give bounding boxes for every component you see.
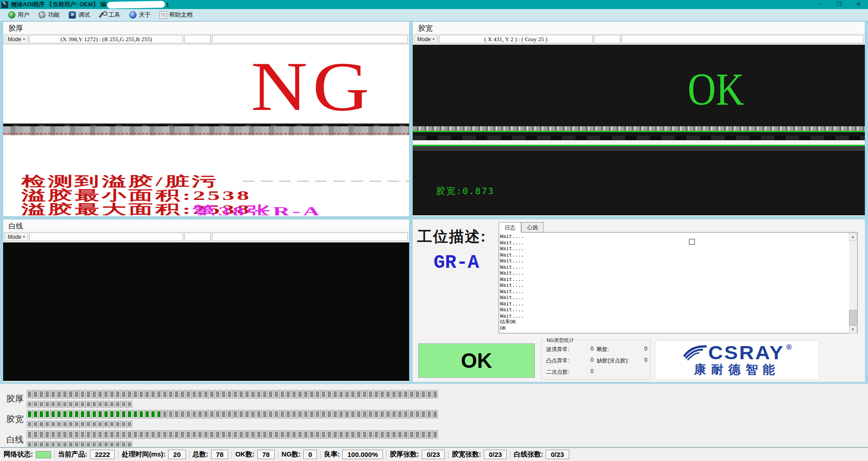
frame-cell-empty <box>80 421 85 427</box>
frame-cell-ok <box>92 410 97 418</box>
log-entry: Wait.... <box>500 240 849 246</box>
frame-cell-empty <box>92 390 97 398</box>
frame-cell-empty <box>286 390 291 398</box>
ng-stat-label: 二次点胶: <box>546 368 569 376</box>
panel-glue-width: 胶宽 Mode▾ ( X 431, Y 2 ) : ( Gray 25 ) OK… <box>412 21 865 217</box>
menu-item-about[interactable]: 关于 <box>125 10 155 21</box>
scroll-up-arrow-icon[interactable]: ▲ <box>849 233 857 241</box>
glue-width-mode-dropdown[interactable]: Mode▾ <box>414 35 438 43</box>
status-bar: 网络状态:当前产品:2222处理时间(ms):20总数:78OK数:78NG数:… <box>0 447 868 461</box>
frame-cell-empty <box>115 401 120 407</box>
frame-cell-empty <box>104 401 108 407</box>
close-button[interactable]: ✕ <box>849 0 868 9</box>
statusbar-item-width-frames: 胶宽张数:0/23 <box>452 450 507 459</box>
frame-cell-empty <box>309 390 314 398</box>
statusbar-item-ng-count: NG数:0 <box>282 450 317 459</box>
frame-cell-empty <box>386 431 391 438</box>
log-entry: Wait.... <box>500 258 849 264</box>
edge-detect-line-top <box>413 131 865 132</box>
frame-cell-empty <box>109 390 114 398</box>
frame-cell-empty <box>233 431 238 438</box>
frame-grid-1-row2 <box>27 421 133 427</box>
scroll-down-arrow-icon[interactable]: ▼ <box>849 326 857 333</box>
log-list[interactable]: Wait....Wait....Wait....Wait....Wait....… <box>499 232 858 333</box>
frame-cell-empty <box>51 421 56 427</box>
menu-item-help-doc[interactable]: 帮助文档 <box>155 10 197 21</box>
scrollbar-thumb[interactable] <box>849 310 857 325</box>
statusbar-label: 胶厚张数: <box>390 450 419 459</box>
frame-cell-empty <box>309 410 314 418</box>
frame-cell-empty <box>245 431 250 438</box>
frame-cell-empty <box>239 390 244 398</box>
frame-cell-empty <box>198 390 203 398</box>
tab-log[interactable]: 日志 <box>499 222 521 233</box>
log-entry: Wait.... <box>500 313 849 319</box>
frame-cell-empty <box>180 390 185 398</box>
frame-cell-empty <box>327 431 332 438</box>
frame-cell-empty <box>57 401 61 407</box>
glue-width-image[interactable]: OK 胶宽:0.873 <box>413 45 865 215</box>
frame-cell-empty <box>239 410 244 418</box>
vendor-logo: CSRAY ® 康耐德智能 <box>655 341 819 380</box>
frame-cell-empty <box>80 390 85 398</box>
frame-cell-empty <box>168 390 173 398</box>
chevron-down-icon: ▾ <box>23 235 25 239</box>
maximize-button[interactable]: ❐ <box>830 0 849 9</box>
menu-item-user[interactable]: 用户 <box>4 10 34 21</box>
glue-width-coord-readout: ( X 431, Y 2 ) : ( Gray 25 ) <box>439 35 593 43</box>
frame-cell-empty <box>198 431 203 438</box>
frame-cell-empty <box>86 390 91 398</box>
frame-cell-empty <box>39 390 44 398</box>
frame-cell-empty <box>86 421 91 427</box>
frame-cell-empty <box>74 421 79 427</box>
menu-item-function[interactable]: 功能 <box>34 10 64 21</box>
frame-cell-empty <box>168 410 173 418</box>
ng-stats-left-column: 波浪异常:0凸点异常:0二次点胶:0 <box>546 346 594 380</box>
statusbar-item-yield-rate: 良率:100.000% <box>324 450 383 459</box>
statusbar-label: OK数: <box>235 450 255 459</box>
minimize-button[interactable]: – <box>811 0 830 9</box>
log-entry: OK <box>500 325 849 332</box>
frame-cell-empty <box>362 390 367 398</box>
statusbar-label: 总数: <box>193 450 208 459</box>
ng-stat-row: 波浪异常:0 <box>546 346 594 353</box>
frame-cell-empty <box>256 410 261 418</box>
tab-heartbeat[interactable]: 心跳 <box>521 222 544 232</box>
frame-cell-empty <box>39 431 44 438</box>
ng-stats-groupbox: NG类型统计 波浪异常:0凸点异常:0二次点胶:0 断胶:0缺胶(没点胶):0 <box>541 340 651 380</box>
menu-item-label: 帮助文档 <box>169 11 193 19</box>
log-panel: 日志 心跳 Wait....Wait....Wait....Wait....Wa… <box>499 222 858 333</box>
logo-subtitle: 康耐德智能 <box>694 361 780 378</box>
menu-item-label: 调试 <box>78 11 90 19</box>
frame-cell-empty <box>162 431 167 438</box>
log-checkbox[interactable] <box>689 239 695 245</box>
frame-cell-empty <box>86 431 91 438</box>
frame-cell-empty <box>421 410 426 418</box>
menu-item-debug[interactable]: ✕调试 <box>64 10 94 21</box>
menu-item-tools[interactable]: 工具 <box>94 10 125 21</box>
frame-cell-empty <box>380 431 385 438</box>
log-entry: Wait.... <box>500 264 849 271</box>
glue-thickness-mode-dropdown[interactable]: Mode▾ <box>5 35 28 43</box>
log-scrollbar[interactable]: ▲ ▼ <box>849 233 857 333</box>
overall-result-banner[interactable]: OK <box>418 343 535 378</box>
frame-cell-empty <box>209 390 214 398</box>
frame-cell-empty <box>139 431 144 438</box>
title-redaction-mask <box>107 0 165 8</box>
frame-cell-empty <box>109 421 114 427</box>
frame-cell-empty <box>215 410 220 418</box>
white-line-image[interactable] <box>3 242 409 381</box>
frame-cell-empty <box>198 410 203 418</box>
frame-cell-empty <box>403 390 408 398</box>
frame-cell-ok <box>62 410 67 418</box>
ng-stat-value: 0 <box>590 368 594 376</box>
frame-grid-2-row1 <box>27 431 439 438</box>
frame-cell-empty <box>268 410 273 418</box>
frame-cell-empty <box>415 410 420 418</box>
frame-cell-empty <box>286 410 291 418</box>
glue-thickness-image[interactable]: NG 检测到溢胶/脏污 溢胶最小面积:2538 溢胶最大面积:2538 第38张… <box>3 45 409 215</box>
white-line-mode-dropdown[interactable]: Mode▾ <box>5 233 28 241</box>
frame-cell-empty <box>145 390 150 398</box>
log-entry: Wait.... <box>500 270 849 276</box>
frame-cell-empty <box>74 401 79 407</box>
